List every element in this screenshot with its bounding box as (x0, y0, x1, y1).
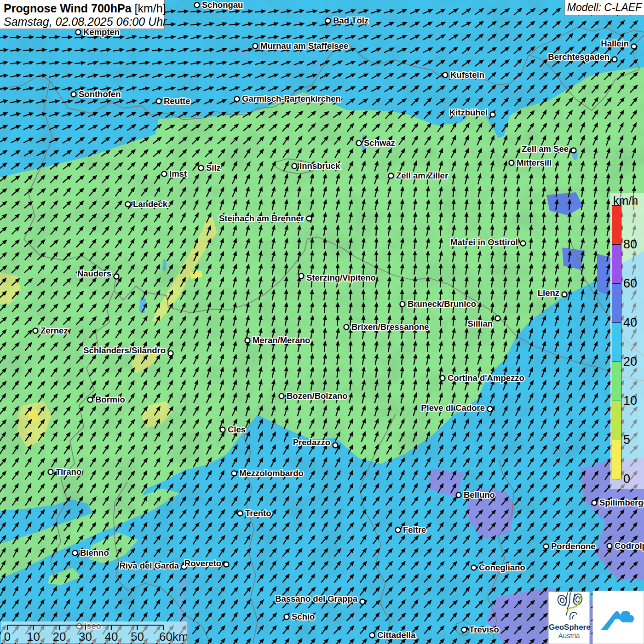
city: Berchtesgaden (548, 52, 617, 62)
city: Matrei in Osttirol (450, 237, 526, 247)
city: Spilimbergo (592, 498, 644, 507)
city-label: Trento (245, 508, 271, 518)
city: Pieve di Cadore (421, 403, 492, 413)
scale-label: 0 (4, 630, 11, 643)
city-marker (400, 302, 405, 307)
legend-tick-label: 20 (623, 355, 637, 369)
city-label: Codroipo (615, 541, 644, 551)
city: Meran/Merano (245, 335, 310, 345)
city-label: Mittersill (517, 158, 552, 167)
city-marker (326, 18, 331, 23)
city-label: Riva del Garda (119, 561, 179, 570)
city-label: Feltre (403, 525, 426, 535)
mountain-cloud-icon (593, 591, 644, 644)
city-label: Spilimbergo (599, 498, 644, 507)
city-marker (509, 161, 514, 166)
city-label: Steinach am Brenner (219, 213, 304, 223)
scale-label: 60km (159, 630, 187, 643)
city-marker (156, 99, 161, 104)
geosphere-logo: GeoSphere Austria (548, 592, 590, 644)
scale-label: 40 (105, 630, 118, 643)
color-legend: km/h 806040201050 (610, 193, 644, 489)
city-label: Sillian (468, 319, 493, 328)
city-label: Rovereto (184, 558, 221, 568)
city-marker (562, 292, 567, 297)
city-label: Reutte (164, 96, 190, 106)
legend-tick-label: 0 (623, 472, 630, 486)
map-title-box: Prognose Wind 700hPa [km/h] Samstag, 02.… (0, 0, 165, 29)
city-marker (632, 44, 637, 49)
city-label: Belluno (464, 490, 495, 500)
city-label: Schio (292, 612, 315, 621)
city-marker (235, 97, 240, 102)
city-label: Imst (169, 169, 187, 178)
city-label: Mezzolombardo (239, 468, 304, 478)
city-label: Matrei in Osttirol (450, 237, 518, 247)
city-marker (232, 471, 237, 476)
legend-band-80 (612, 205, 621, 245)
model-label: Modell: C-LAEF (567, 1, 642, 13)
city-marker (462, 627, 467, 632)
city-marker (344, 325, 349, 330)
legend-band-60 (612, 244, 621, 284)
city: Mezzolombardo (232, 468, 304, 478)
city: Schlanders/Silandro (83, 345, 173, 356)
city: Zell am Ziller (389, 171, 448, 180)
map-valid-time: Samstag, 02.08.2025 06:00 Uhr (4, 15, 164, 28)
city: Bozen/Bolzano (279, 391, 348, 401)
city-label: Zell am Ziller (396, 171, 448, 180)
legend-band-0 (612, 440, 621, 479)
legend-band-40 (612, 283, 621, 323)
map-scale-bar: 0102030405060km (1, 621, 187, 643)
city-marker (307, 216, 312, 221)
city-marker (220, 427, 225, 432)
city-label: Predazzo (293, 437, 330, 447)
city-marker (389, 173, 394, 178)
city-marker (199, 166, 204, 171)
geosphere-name: GeoSphere (549, 623, 589, 632)
city-marker (279, 394, 284, 399)
city-marker (571, 148, 576, 153)
city-label: Hallein (601, 39, 629, 48)
city-label: Treviso (469, 625, 499, 634)
city-marker (544, 544, 549, 549)
city: Innsbruck (292, 161, 341, 171)
city-marker (488, 407, 493, 412)
city-marker (490, 112, 495, 117)
geosphere-country: Austria (549, 632, 589, 639)
city: Sterzing/Vipiteno (299, 273, 376, 282)
legend-band-10 (612, 362, 621, 401)
city-label: Kufstein (450, 70, 484, 80)
city-label: Cles (228, 425, 246, 434)
city-marker (195, 3, 200, 8)
city-label: Cortina d'Ampezzo (448, 373, 524, 383)
city-label: Tirano (56, 467, 81, 477)
city-marker (48, 470, 53, 475)
city-label: Pieve di Cadore (421, 403, 485, 413)
city-marker (292, 164, 297, 169)
city: Sonthofen (71, 89, 121, 99)
city-marker (607, 544, 612, 549)
city: Bassano del Grappa (275, 594, 365, 604)
scale-ruler: 0102030405060km (1, 621, 187, 643)
city: Garmisch-Partenkirchen (235, 94, 341, 104)
city-marker (33, 328, 38, 334)
city: Brixen/Bressanone (344, 322, 429, 332)
city: Bruneck/Brunico (400, 299, 477, 309)
city-label: Schlanders/Silandro (83, 345, 166, 355)
city-label: Zell am See (522, 144, 569, 154)
city-marker (126, 202, 131, 207)
city-label: Bormio (95, 395, 125, 404)
city-label: Garmisch-Partenkirchen (242, 94, 341, 104)
city-marker (73, 551, 78, 556)
city: Pordenone (544, 541, 596, 551)
city-label: Schongau (202, 0, 243, 10)
legend-band-5 (612, 401, 621, 440)
city-marker (284, 615, 289, 620)
city-marker (370, 633, 375, 638)
city: Conegliano (472, 563, 525, 572)
city: Murnau am Staffelsee (253, 41, 349, 51)
city-marker (224, 562, 229, 567)
legend-band-20 (612, 322, 621, 362)
city-label: Lienz (538, 288, 559, 298)
